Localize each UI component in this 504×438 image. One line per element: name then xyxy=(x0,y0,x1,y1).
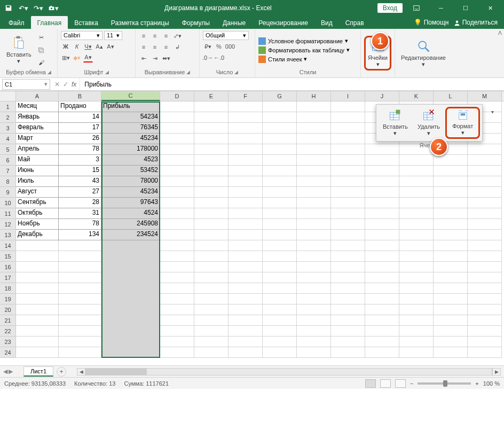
cell[interactable] xyxy=(160,304,194,315)
number-format-select[interactable]: Общий▾ xyxy=(203,31,249,40)
cell[interactable] xyxy=(434,240,468,251)
cell[interactable] xyxy=(297,230,331,240)
cell[interactable] xyxy=(331,347,365,358)
format-cells-button[interactable]: Формат▾ xyxy=(445,107,480,139)
cell[interactable] xyxy=(434,198,468,208)
cell[interactable] xyxy=(331,144,365,155)
cell[interactable]: Май xyxy=(16,155,59,166)
cell[interactable] xyxy=(101,304,160,315)
ribbon-options-icon[interactable] xyxy=(406,0,427,16)
tab-review[interactable]: Рецензирование xyxy=(252,16,314,29)
cell[interactable] xyxy=(194,283,229,294)
cell[interactable] xyxy=(59,326,101,337)
font-launcher-icon[interactable]: ◢ xyxy=(105,69,109,75)
cell[interactable] xyxy=(16,262,59,272)
cell[interactable] xyxy=(468,219,502,230)
decrease-decimal-icon[interactable]: ←.0 xyxy=(214,53,224,62)
cell[interactable]: 4523 xyxy=(101,155,160,166)
cell[interactable] xyxy=(399,166,434,176)
cell[interactable] xyxy=(297,251,331,262)
align-top-icon[interactable]: ≡ xyxy=(139,31,148,41)
cell[interactable] xyxy=(365,219,399,230)
cell[interactable] xyxy=(434,251,468,262)
cell[interactable] xyxy=(160,112,194,123)
cell[interactable] xyxy=(297,176,331,187)
cell[interactable] xyxy=(263,219,297,230)
cell[interactable] xyxy=(229,272,263,283)
cell[interactable]: 97643 xyxy=(101,198,160,208)
cell[interactable] xyxy=(399,283,434,294)
minimize-icon[interactable]: ─ xyxy=(430,0,452,16)
cell[interactable] xyxy=(194,123,229,134)
cell[interactable] xyxy=(229,166,263,176)
tab-file[interactable]: Файл xyxy=(2,16,31,29)
cell[interactable] xyxy=(229,251,263,262)
cell[interactable] xyxy=(194,144,229,155)
name-box[interactable]: C1▾ xyxy=(2,79,50,90)
cell[interactable] xyxy=(263,144,297,155)
cell[interactable] xyxy=(160,176,194,187)
cell[interactable]: Сентябрь xyxy=(16,198,59,208)
cell[interactable] xyxy=(331,230,365,240)
row-header[interactable]: 10 xyxy=(0,198,16,208)
cell[interactable] xyxy=(399,304,434,315)
cell[interactable] xyxy=(229,208,263,219)
column-header[interactable]: E xyxy=(194,91,229,101)
cell[interactable] xyxy=(194,219,229,230)
column-header[interactable]: B xyxy=(59,91,101,101)
cell[interactable] xyxy=(434,315,468,326)
row-header[interactable]: 6 xyxy=(0,155,16,166)
cell[interactable] xyxy=(160,315,194,326)
cell[interactable] xyxy=(263,315,297,326)
cell[interactable] xyxy=(160,198,194,208)
cell[interactable] xyxy=(434,304,468,315)
cell[interactable] xyxy=(160,283,194,294)
cell[interactable] xyxy=(194,240,229,251)
cell[interactable] xyxy=(194,230,229,240)
cell[interactable]: Ноябрь xyxy=(16,219,59,230)
cell[interactable] xyxy=(194,112,229,123)
cell[interactable] xyxy=(263,240,297,251)
fx-icon[interactable]: fx xyxy=(72,81,76,88)
font-color-icon[interactable]: A▾ xyxy=(83,53,93,62)
column-header[interactable]: M xyxy=(468,91,502,101)
cell[interactable] xyxy=(434,272,468,283)
cell[interactable]: Июнь xyxy=(16,166,59,176)
cell[interactable] xyxy=(194,337,229,347)
cell[interactable] xyxy=(101,240,160,251)
cell[interactable]: 43 xyxy=(59,176,101,187)
hscroll-track[interactable] xyxy=(85,368,492,376)
cell[interactable] xyxy=(434,337,468,347)
close-icon[interactable]: ✕ xyxy=(479,0,501,16)
cell[interactable] xyxy=(229,315,263,326)
cell[interactable] xyxy=(297,101,331,112)
decrease-indent-icon[interactable]: ⇤ xyxy=(139,53,148,63)
insert-cells-button[interactable]: Вставить▾ xyxy=(379,107,412,139)
hscroll-left-icon[interactable]: ◀ xyxy=(77,368,85,376)
cell[interactable] xyxy=(434,219,468,230)
cell[interactable] xyxy=(468,272,502,283)
cell[interactable] xyxy=(194,187,229,198)
cell[interactable] xyxy=(229,230,263,240)
cell[interactable] xyxy=(297,155,331,166)
cell[interactable] xyxy=(365,262,399,272)
cell[interactable] xyxy=(331,294,365,304)
cell[interactable] xyxy=(434,208,468,219)
save-icon[interactable] xyxy=(3,3,14,13)
row-header[interactable]: 18 xyxy=(0,283,16,294)
increase-indent-icon[interactable]: ⇥ xyxy=(150,53,160,63)
cell[interactable] xyxy=(399,337,434,347)
cell[interactable] xyxy=(59,315,101,326)
cell[interactable]: 54234 xyxy=(101,112,160,123)
cell[interactable] xyxy=(331,251,365,262)
cell[interactable] xyxy=(16,304,59,315)
chevron-down-icon[interactable]: ▾ xyxy=(491,109,494,115)
cell[interactable] xyxy=(194,294,229,304)
cell[interactable] xyxy=(16,283,59,294)
cell[interactable] xyxy=(434,347,468,358)
cell[interactable] xyxy=(331,176,365,187)
share-link[interactable]: Поделиться xyxy=(454,19,498,26)
number-launcher-icon[interactable]: ◢ xyxy=(234,69,238,75)
cell[interactable] xyxy=(263,294,297,304)
cell[interactable] xyxy=(160,219,194,230)
